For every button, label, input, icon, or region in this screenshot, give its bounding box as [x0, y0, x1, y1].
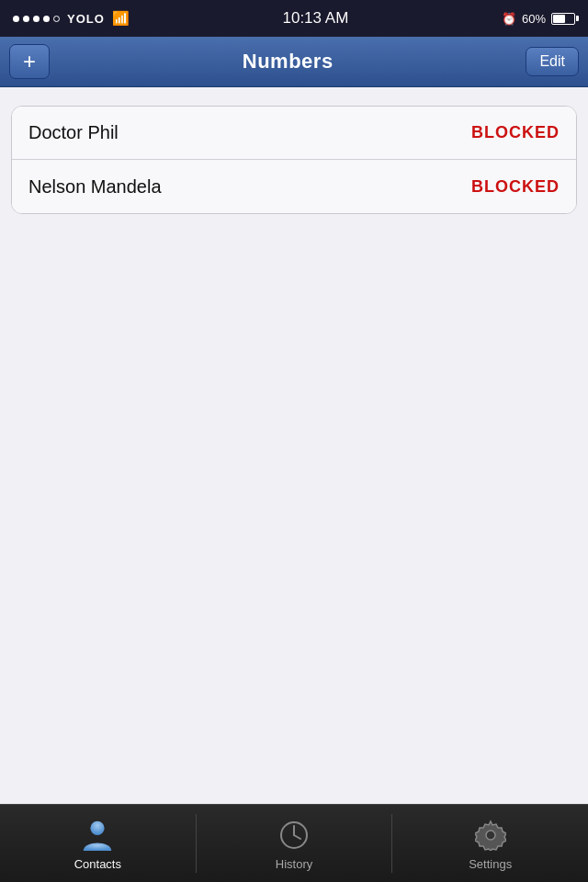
person-svg	[80, 818, 115, 853]
dot-2	[23, 16, 29, 22]
tab-history[interactable]: History	[197, 805, 392, 882]
nav-title: Numbers	[243, 50, 334, 74]
wifi-icon: 📶	[112, 10, 130, 27]
tab-contacts[interactable]: Contacts	[0, 805, 196, 882]
dot-1	[13, 16, 19, 22]
tab-history-label: History	[276, 857, 312, 871]
nav-bar: + Numbers Edit	[0, 37, 588, 87]
alarm-icon: ⏰	[502, 12, 516, 26]
svg-point-0	[91, 820, 105, 834]
contact-name-1: Doctor Phil	[28, 122, 119, 143]
table-row[interactable]: Nelson Mandela BLOCKED	[12, 160, 576, 213]
table-row[interactable]: Doctor Phil BLOCKED	[12, 107, 576, 160]
status-time: 10:13 AM	[282, 9, 348, 28]
svg-point-5	[486, 831, 495, 840]
blocked-badge-1: BLOCKED	[471, 123, 560, 142]
battery-fill	[553, 15, 565, 23]
tab-settings-label: Settings	[469, 857, 512, 871]
tab-contacts-label: Contacts	[74, 857, 121, 871]
app-wrapper: YOLO 📶 10:13 AM ⏰ 60% + Numbers Edit Doc…	[0, 0, 588, 882]
status-left: YOLO 📶	[13, 10, 130, 27]
gear-svg	[475, 820, 506, 851]
clock-svg	[279, 820, 309, 850]
content-area: Doctor Phil BLOCKED Nelson Mandela BLOCK…	[0, 87, 588, 882]
tab-bar: Contacts History	[0, 804, 588, 882]
signal-dots	[13, 16, 60, 22]
carrier-label: YOLO	[67, 12, 105, 26]
dot-4	[43, 16, 50, 22]
blocked-list: Doctor Phil BLOCKED Nelson Mandela BLOCK…	[11, 106, 577, 214]
add-button[interactable]: +	[9, 44, 50, 79]
status-right: ⏰ 60%	[502, 12, 575, 26]
blocked-badge-2: BLOCKED	[471, 177, 560, 197]
dot-3	[33, 16, 40, 22]
svg-line-3	[294, 835, 300, 839]
tab-settings[interactable]: Settings	[392, 805, 588, 882]
contacts-icon	[79, 817, 116, 854]
battery-percent: 60%	[522, 12, 546, 26]
dot-5	[53, 16, 60, 22]
contact-name-2: Nelson Mandela	[28, 176, 162, 198]
settings-icon	[472, 817, 509, 854]
battery-icon	[551, 13, 575, 25]
history-icon	[276, 817, 312, 854]
edit-button[interactable]: Edit	[526, 47, 579, 76]
status-bar: YOLO 📶 10:13 AM ⏰ 60%	[0, 0, 588, 37]
